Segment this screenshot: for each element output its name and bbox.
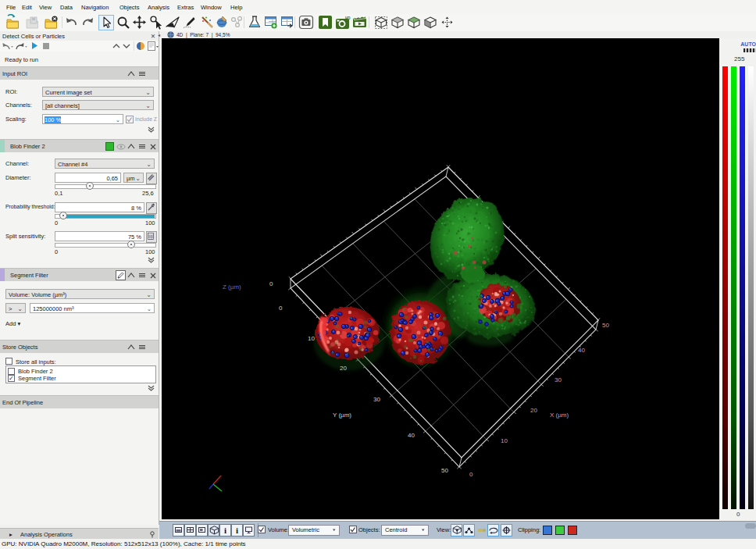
svg-text:10: 10 — [308, 335, 315, 342]
svg-text:X (µm): X (µm) — [550, 412, 569, 419]
svg-text:0: 0 — [279, 305, 283, 312]
svg-text:20: 20 — [530, 407, 537, 414]
svg-text:Y (µm): Y (µm) — [333, 412, 351, 419]
svg-text:10: 10 — [501, 437, 508, 444]
svg-text:30: 30 — [555, 376, 562, 383]
svg-text:40: 40 — [408, 432, 415, 439]
svg-text:50: 50 — [602, 322, 609, 329]
svg-text:Centroid: Centroid — [385, 526, 407, 533]
svg-text:40: 40 — [578, 347, 585, 354]
svg-text:30: 30 — [373, 396, 380, 403]
svg-text:i: i — [224, 526, 226, 535]
svg-text:Clipping:: Clipping: — [518, 526, 540, 533]
svg-text:Z (µm): Z (µm) — [223, 283, 241, 291]
svg-text:Objects:: Objects: — [358, 526, 380, 533]
svg-text:i: i — [236, 526, 238, 535]
svg-text:0: 0 — [469, 471, 473, 478]
svg-text:20: 20 — [340, 365, 347, 372]
svg-text:0: 0 — [269, 280, 273, 287]
svg-text:Volume:: Volume: — [268, 526, 289, 533]
svg-text:View:: View: — [437, 526, 451, 533]
svg-text:50: 50 — [441, 467, 448, 474]
svg-text:Volumetric: Volumetric — [292, 526, 319, 533]
